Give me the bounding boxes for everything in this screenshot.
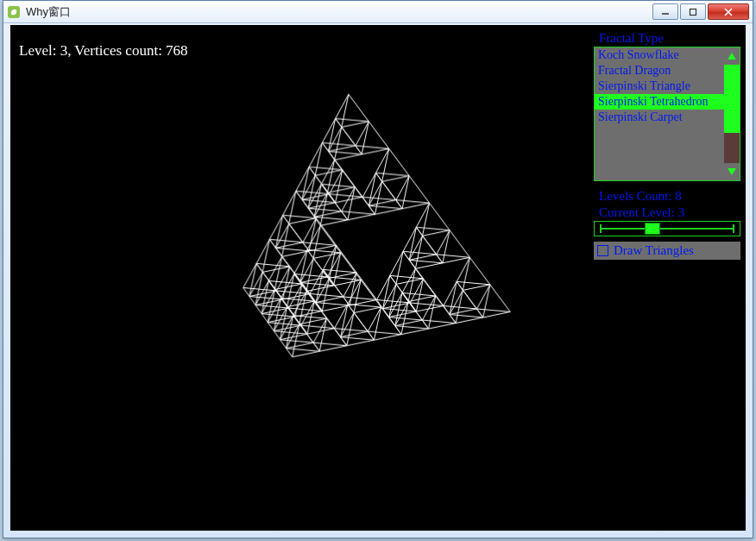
- fractal-type-label: Fractal Type: [594, 30, 740, 47]
- list-item[interactable]: Sierpinski Triangle: [595, 79, 724, 94]
- window-title: Why窗口: [26, 4, 652, 20]
- minimize-button[interactable]: [652, 3, 678, 20]
- controls-panel: Fractal Type Koch SnowflakeFractal Drago…: [594, 30, 740, 260]
- svg-marker-3: [728, 53, 736, 60]
- scroll-down-button[interactable]: [724, 163, 740, 180]
- maximize-button[interactable]: [680, 3, 706, 20]
- level-slider[interactable]: [594, 221, 740, 236]
- svg-rect-2: [690, 9, 696, 15]
- list-item[interactable]: Koch Snowflake: [595, 47, 724, 63]
- draw-triangles-checkbox[interactable]: [597, 245, 608, 256]
- list-scrollbar[interactable]: [724, 47, 740, 180]
- fractal-type-list[interactable]: Koch SnowflakeFractal DragonSierpinski T…: [594, 47, 740, 181]
- current-level-label: Current Level: 3: [594, 204, 740, 221]
- levels-count-label: Levels Count: 8: [594, 188, 740, 204]
- hud-status: Level: 3, Vertices count: 768: [19, 42, 188, 60]
- titlebar[interactable]: Why窗口: [3, 1, 753, 23]
- list-item[interactable]: Sierpinski Tetrahedron: [595, 94, 724, 110]
- draw-triangles-row[interactable]: Draw Triangles: [594, 242, 740, 260]
- svg-marker-4: [728, 168, 736, 175]
- scroll-track-upper[interactable]: [724, 65, 740, 133]
- app-icon: [7, 5, 21, 19]
- app-window: Why窗口 Level: 3, Vertices count: 768 Frac…: [3, 0, 753, 538]
- draw-triangles-label: Draw Triangles: [614, 243, 694, 258]
- close-button[interactable]: [708, 3, 749, 20]
- slider-handle[interactable]: [645, 223, 660, 235]
- viewport[interactable]: Level: 3, Vertices count: 768 Fractal Ty…: [10, 25, 746, 531]
- list-item[interactable]: Sierpinski Carpet: [595, 110, 724, 125]
- scroll-up-button[interactable]: [724, 47, 740, 65]
- window-controls: [652, 3, 749, 20]
- scroll-track-lower[interactable]: [724, 133, 740, 163]
- list-item[interactable]: Fractal Dragon: [595, 63, 724, 79]
